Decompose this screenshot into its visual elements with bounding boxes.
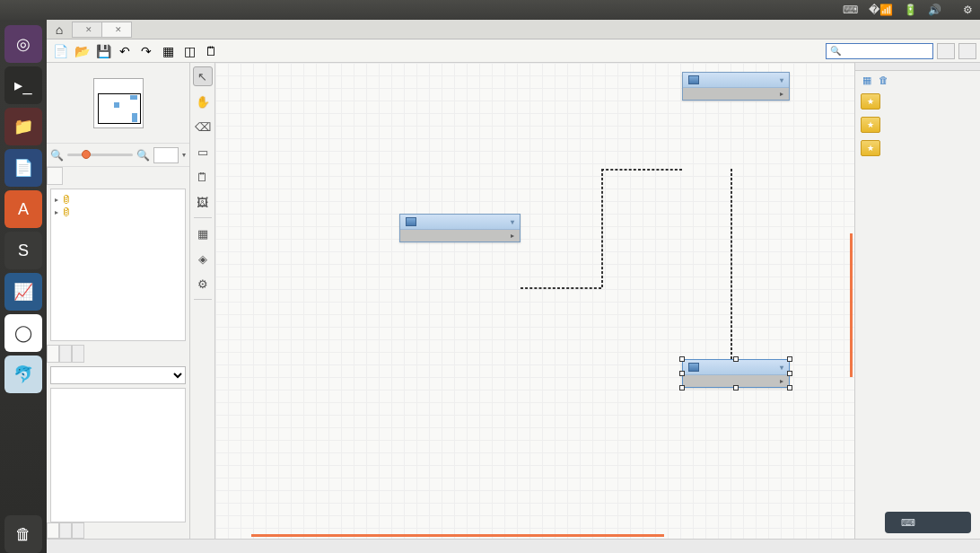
description-tab[interactable]: [47, 522, 59, 539]
rel-1-n-id-tool[interactable]: [193, 381, 213, 400]
launcher-chrome[interactable]: ◯: [4, 314, 42, 352]
templates-header: [855, 63, 980, 71]
template-timestamps[interactable]: ★: [855, 90, 980, 113]
close-icon[interactable]: ✕: [85, 25, 92, 34]
pointer-tool[interactable]: ↖: [193, 66, 213, 86]
redo-button[interactable]: ↷: [136, 42, 156, 60]
layer-tool[interactable]: ▭: [193, 142, 213, 162]
catalog-tab[interactable]: [47, 345, 59, 363]
launcher-monitor[interactable]: 📈: [4, 273, 42, 311]
main-toolbar: 📄 📂 💾 ↶ ↷ ▦ ◫ 🗒 🔍: [47, 40, 980, 63]
hand-tool[interactable]: ✋: [193, 92, 213, 111]
launcher-writer[interactable]: 📄: [4, 149, 42, 187]
zoom-out-icon[interactable]: 🔍: [50, 149, 64, 162]
table-icon: [688, 75, 699, 84]
wifi-icon[interactable]: �📶: [869, 4, 893, 16]
rel-1-n-pick-tool[interactable]: [193, 431, 213, 451]
tree-item-mydb[interactable]: ▸🛢: [55, 193, 181, 206]
user-types-tab[interactable]: [72, 345, 84, 363]
open-file-button[interactable]: 📂: [72, 42, 92, 60]
template-category[interactable]: ★: [855, 136, 980, 160]
home-tab[interactable]: ⌂: [47, 22, 72, 37]
note-tool[interactable]: 🗒: [193, 167, 213, 187]
launcher-workbench[interactable]: 🐬: [4, 356, 42, 393]
minimap[interactable]: [47, 63, 189, 144]
zoom-in-icon[interactable]: 🔍: [136, 149, 150, 162]
layers-tab[interactable]: [59, 345, 72, 363]
launcher-trash[interactable]: 🗑: [4, 515, 42, 553]
tab-mysql-model[interactable]: ✕: [72, 22, 102, 38]
schema-tree[interactable]: ▸🛢 ▸🛢: [50, 189, 186, 341]
rel-1-1-id-tool[interactable]: [193, 356, 213, 375]
properties-area: [50, 388, 186, 522]
gear-icon[interactable]: ⚙: [963, 4, 973, 16]
zoom-value[interactable]: [153, 147, 179, 163]
diagram-canvas[interactable]: ▾ ▸ ▾ ▸ ▾ ▸: [215, 63, 854, 539]
zoom-control: 🔍 🔍 ▾: [47, 144, 189, 167]
eraser-tool[interactable]: ⌫: [193, 117, 213, 136]
view-tool[interactable]: ◈: [193, 249, 213, 268]
os-titlebar: ⌨ �📶 🔋 🔊 ⚙: [0, 0, 980, 20]
workbench-main: 🔍 🔍 ▾ ▸🛢 ▸🛢: [47, 63, 980, 539]
routine-tool[interactable]: ⚙: [193, 274, 213, 294]
unity-launcher: ◎ ▸_ 📁 📄 A S 📈 ◯ 🐬 🗑: [0, 20, 47, 553]
file-tabs: ⌂ ✕ ✕: [47, 20, 980, 40]
template-delete-icon[interactable]: 🗑: [879, 75, 888, 86]
sidebar-toggle-left[interactable]: [937, 43, 955, 59]
image-tool[interactable]: 🖼: [193, 192, 213, 212]
zoom-dropdown[interactable]: ▾: [182, 151, 186, 159]
horizontal-scroll-marker: [251, 534, 664, 537]
table-icon: [406, 217, 416, 226]
align-button[interactable]: ◫: [179, 42, 199, 60]
undo-button[interactable]: ↶: [115, 42, 135, 60]
chevron-down-icon[interactable]: ▾: [780, 76, 783, 84]
history-tab[interactable]: [72, 522, 84, 539]
entity-youth-catalog[interactable]: ▾ ▸: [682, 72, 790, 101]
indexes-row[interactable]: ▸: [683, 88, 789, 100]
chevron-down-icon[interactable]: ▾: [511, 218, 514, 226]
close-icon[interactable]: ✕: [115, 25, 122, 34]
object-selector[interactable]: [50, 366, 186, 384]
sidebar-toggle-right[interactable]: [958, 43, 976, 59]
table-icon: [688, 363, 699, 372]
tool-palette: ↖ ✋ ⌫ ▭ 🗒 🖼 ▦ ◈ ⚙: [190, 63, 215, 539]
rel-n-m-tool[interactable]: [193, 406, 213, 426]
ime-widget[interactable]: ⌨: [885, 512, 971, 533]
keyboard-icon[interactable]: ⌨: [843, 4, 858, 16]
launcher-files[interactable]: 📁: [4, 108, 42, 145]
app-window: ⌂ ✕ ✕ 📄 📂 💾 ↶ ↷ ▦ ◫ 🗒 🔍 🔍 🔍 ▾: [47, 20, 980, 553]
volume-icon[interactable]: 🔊: [928, 4, 941, 16]
template-user[interactable]: ★: [855, 113, 980, 136]
notes-button[interactable]: 🗒: [201, 42, 221, 60]
ime-icon: ⌨: [901, 517, 915, 529]
launcher-terminal[interactable]: ▸_: [4, 66, 42, 104]
entity-youth-magazine[interactable]: ▾ ▸: [399, 214, 521, 242]
grid-button[interactable]: ▦: [158, 42, 178, 60]
table-tool[interactable]: ▦: [193, 224, 213, 243]
status-bar: [47, 539, 980, 553]
template-new-icon[interactable]: ▦: [862, 75, 871, 86]
zoom-slider[interactable]: [67, 154, 133, 156]
indexes-row[interactable]: ▸: [400, 230, 520, 241]
rel-1-1-tool[interactable]: [193, 305, 213, 325]
templates-panel: ▦ 🗑 ★ ★ ★: [854, 63, 980, 539]
launcher-sublime[interactable]: S: [4, 232, 42, 269]
navigator-tab[interactable]: [47, 167, 63, 185]
battery-icon[interactable]: 🔋: [904, 4, 917, 16]
entity-youth-article[interactable]: ▾ ▸: [682, 359, 790, 388]
launcher-software[interactable]: A: [4, 190, 42, 228]
search-input[interactable]: 🔍: [826, 43, 933, 59]
tree-item-youth[interactable]: ▸🛢: [55, 206, 181, 218]
chevron-down-icon[interactable]: ▾: [780, 364, 783, 372]
properties-tab[interactable]: [59, 522, 72, 539]
tab-eer-diagram[interactable]: ✕: [101, 22, 132, 38]
new-file-button[interactable]: 📄: [50, 42, 70, 60]
vertical-scroll-marker: [850, 233, 853, 377]
launcher-dash[interactable]: ◎: [4, 25, 42, 63]
rel-1-n-tool[interactable]: [193, 330, 213, 350]
left-panel: 🔍 🔍 ▾ ▸🛢 ▸🛢: [47, 63, 190, 539]
save-button[interactable]: 💾: [93, 42, 113, 60]
